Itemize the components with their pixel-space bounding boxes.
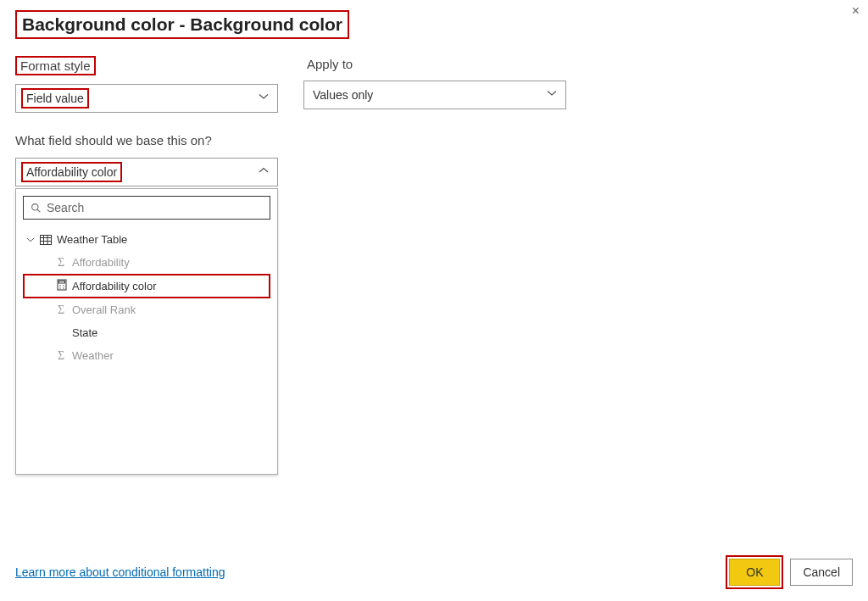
chevron-down-icon <box>259 85 269 112</box>
apply-to-select[interactable]: Values only <box>303 81 566 109</box>
tree-field-overall-rank[interactable]: Σ Overall Rank <box>23 298 270 321</box>
chevron-up-icon <box>259 159 269 186</box>
svg-point-0 <box>32 203 38 209</box>
svg-line-1 <box>37 209 40 212</box>
dialog-title: Background color - Background color <box>15 10 349 39</box>
tree-field-label: State <box>72 326 97 339</box>
tree-field-label: Affordability color <box>72 280 156 292</box>
cancel-button[interactable]: Cancel <box>790 559 853 586</box>
sigma-icon: Σ <box>55 349 67 363</box>
tree-field-state[interactable]: State <box>23 321 270 344</box>
sigma-icon: Σ <box>55 256 67 270</box>
table-icon <box>40 235 52 245</box>
tree-field-affordability[interactable]: Σ Affordability <box>23 251 270 274</box>
search-placeholder: Search <box>47 201 84 214</box>
tree-table-row[interactable]: Weather Table <box>23 228 270 251</box>
apply-to-label: Apply to <box>303 56 356 72</box>
svg-point-10 <box>63 285 64 286</box>
svg-point-9 <box>59 285 60 286</box>
base-field-question: What field should we base this on? <box>15 133 853 147</box>
field-picker-popup: Search Weather Table Σ Affordability <box>15 188 278 475</box>
base-field-select[interactable]: Affordability color <box>15 158 278 186</box>
search-icon <box>31 203 42 214</box>
learn-more-link[interactable]: Learn more about conditional formatting <box>15 565 225 579</box>
svg-rect-8 <box>59 281 65 284</box>
tree-table-label: Weather Table <box>57 233 127 246</box>
search-input[interactable]: Search <box>23 196 270 220</box>
format-style-select[interactable]: Field value <box>15 84 278 113</box>
chevron-down-icon <box>26 236 35 244</box>
base-field-value: Affordability color <box>21 162 122 182</box>
sigma-icon: Σ <box>55 303 67 317</box>
tree-field-weather[interactable]: Σ Weather <box>23 344 270 367</box>
apply-to-value: Values only <box>313 81 373 109</box>
ok-button[interactable]: OK <box>729 559 780 586</box>
tree-field-label: Affordability <box>72 256 130 269</box>
calculator-icon <box>57 279 67 293</box>
tree-field-label: Weather <box>72 349 114 362</box>
format-style-value: Field value <box>21 88 89 109</box>
svg-rect-2 <box>41 235 52 244</box>
chevron-down-icon <box>547 81 557 109</box>
tree-field-label: Overall Rank <box>72 303 136 316</box>
close-icon[interactable]: × <box>852 3 860 19</box>
svg-point-11 <box>59 287 60 288</box>
format-style-label: Format style <box>15 56 96 75</box>
tree-field-affordability-color[interactable]: Affordability color <box>23 274 270 298</box>
svg-point-12 <box>63 287 64 288</box>
field-tree: Weather Table Σ Affordability Affordabil… <box>23 228 270 367</box>
